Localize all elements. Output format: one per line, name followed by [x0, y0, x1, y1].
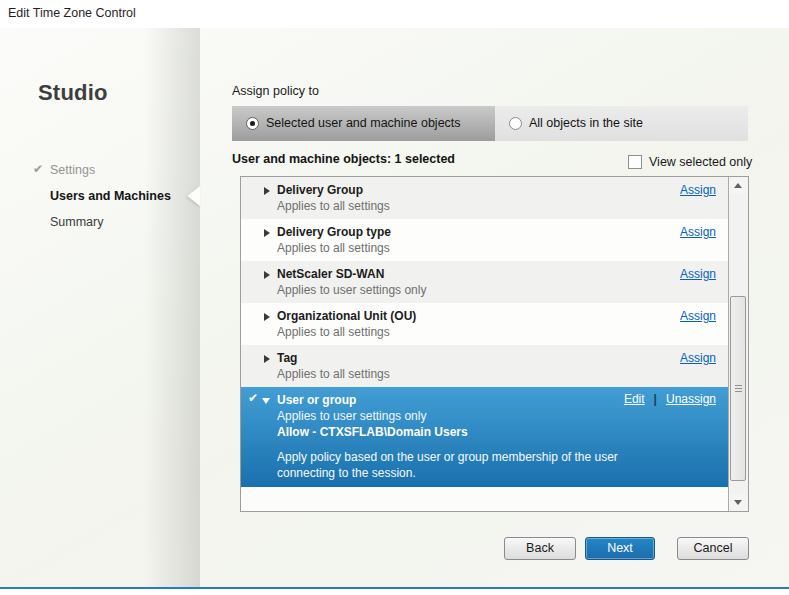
filter-scope: Applies to user settings only: [277, 282, 716, 298]
edit-link[interactable]: Edit: [624, 392, 645, 406]
window-title: Edit Time Zone Control: [8, 6, 136, 20]
current-step-pointer-icon: [187, 186, 200, 206]
filters-rows: Delivery Group Applies to all settings A…: [241, 177, 729, 511]
edit-time-zone-control-window: Edit Time Zone Control Studio ✔ Settings…: [0, 0, 789, 595]
assign-link[interactable]: Assign: [680, 267, 716, 281]
view-selected-only-checkbox[interactable]: [628, 155, 642, 169]
filter-row-tag[interactable]: Tag Applies to all settings Assign: [241, 345, 729, 387]
wizard-sidebar: Studio ✔ Settings Users and Machines Sum…: [0, 28, 200, 587]
radio-checked-icon: [246, 117, 259, 130]
expand-arrow-icon[interactable]: [264, 271, 270, 279]
filter-scope: Applies to all settings: [277, 324, 716, 340]
sidebar-item-settings[interactable]: ✔ Settings: [50, 163, 95, 177]
collapse-arrow-icon[interactable]: [262, 398, 270, 404]
assign-policy-label: Assign policy to: [232, 84, 319, 98]
filter-row-user-or-group[interactable]: ✔ User or group Applies to user settings…: [241, 387, 729, 487]
expand-arrow-icon[interactable]: [264, 187, 270, 195]
sidebar-item-summary[interactable]: Summary: [50, 215, 103, 229]
unassign-link[interactable]: Unassign: [666, 392, 716, 406]
filters-list: Delivery Group Applies to all settings A…: [240, 176, 749, 512]
filter-name: NetScaler SD-WAN: [277, 266, 716, 282]
filter-description: Apply policy based on the user or group …: [277, 449, 669, 481]
radio-label: Selected user and machine objects: [266, 116, 461, 130]
link-separator: |: [654, 392, 657, 406]
filter-row-organizational-unit[interactable]: Organizational Unit (OU) Applies to all …: [241, 303, 729, 345]
radio-selected-objects[interactable]: Selected user and machine objects: [232, 106, 495, 141]
filter-actions: Edit|Unassign: [624, 392, 716, 406]
filter-assignment: Allow - CTXSFLAB\Domain Users: [277, 424, 716, 440]
assign-scope-radio-group: Selected user and machine objects All ob…: [232, 106, 748, 141]
radio-unchecked-icon: [509, 117, 522, 130]
filter-name: Organizational Unit (OU): [277, 308, 716, 324]
cancel-button[interactable]: Cancel: [677, 537, 749, 560]
assign-link[interactable]: Assign: [680, 183, 716, 197]
view-selected-only-control: View selected only: [628, 154, 748, 172]
view-selected-only-label: View selected only: [649, 155, 752, 169]
scroll-down-button[interactable]: [729, 494, 748, 511]
wizard-dialog: Studio ✔ Settings Users and Machines Sum…: [0, 28, 789, 589]
filter-name: Delivery Group type: [277, 224, 716, 240]
filter-name: Tag: [277, 350, 716, 366]
studio-brand: Studio: [38, 80, 108, 106]
objects-summary: User and machine objects: 1 selected: [232, 152, 455, 166]
expand-arrow-icon[interactable]: [264, 355, 270, 363]
filter-row-delivery-group[interactable]: Delivery Group Applies to all settings A…: [241, 177, 729, 219]
radio-all-objects[interactable]: All objects in the site: [495, 106, 748, 141]
filter-scope: Applies to all settings: [277, 366, 716, 382]
next-button[interactable]: Next: [585, 537, 655, 560]
scroll-down-arrow-icon: [734, 500, 742, 505]
scroll-up-button[interactable]: [729, 177, 748, 194]
radio-label: All objects in the site: [529, 116, 643, 130]
sidebar-item-label: Summary: [50, 215, 103, 229]
assigned-check-icon: ✔: [248, 391, 258, 405]
scroll-up-arrow-icon: [734, 183, 742, 188]
window-titlebar: Edit Time Zone Control: [0, 0, 789, 28]
assign-link[interactable]: Assign: [680, 309, 716, 323]
scrollbar[interactable]: [728, 177, 748, 511]
filter-row-netscaler-sd-wan[interactable]: NetScaler SD-WAN Applies to user setting…: [241, 261, 729, 303]
back-button[interactable]: Back: [504, 537, 576, 560]
expand-arrow-icon[interactable]: [264, 313, 270, 321]
assign-link[interactable]: Assign: [680, 225, 716, 239]
filter-scope: Applies to all settings: [277, 198, 716, 214]
filter-scope: Applies to user settings only: [277, 408, 716, 424]
filter-scope: Applies to all settings: [277, 240, 716, 256]
sidebar-item-label: Users and Machines: [50, 189, 171, 203]
sidebar-item-label: Settings: [50, 163, 95, 177]
sidebar-item-users-and-machines[interactable]: Users and Machines: [50, 189, 171, 203]
scrollbar-grip-icon: [735, 385, 742, 393]
filter-row-delivery-group-type[interactable]: Delivery Group type Applies to all setti…: [241, 219, 729, 261]
filter-name: Delivery Group: [277, 182, 716, 198]
expand-arrow-icon[interactable]: [264, 229, 270, 237]
assign-link[interactable]: Assign: [680, 351, 716, 365]
checkmark-icon: ✔: [33, 162, 43, 176]
scrollbar-thumb[interactable]: [730, 296, 746, 481]
